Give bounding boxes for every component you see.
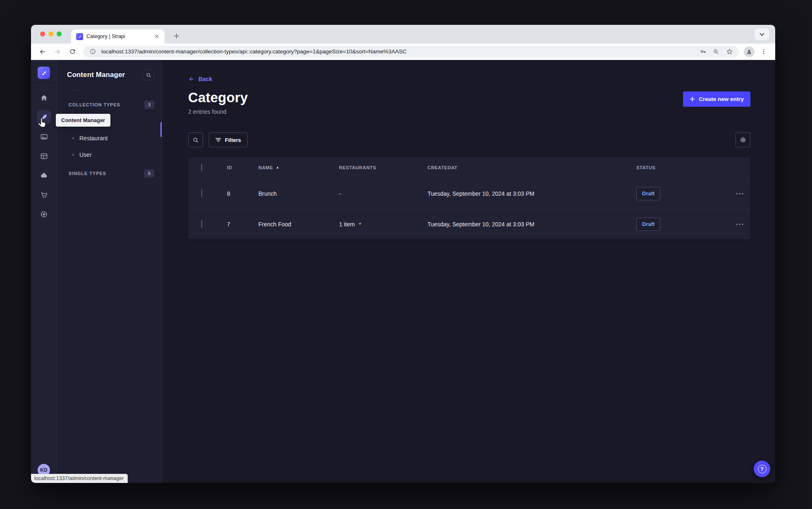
row-actions-menu-icon[interactable] <box>733 187 746 200</box>
nav-home-icon[interactable] <box>37 91 51 105</box>
tab-title: Category | Strapi <box>86 34 150 39</box>
page-title: Category <box>188 90 248 106</box>
browser-window: Category | Strapi localhost:1337/admin/c… <box>31 25 775 483</box>
link-preview-status-bar: localhost:1337/admin/content-manager <box>31 474 128 483</box>
status-badge: Draft <box>636 187 660 200</box>
forward-icon[interactable] <box>52 46 63 58</box>
subnav-title: Content Manager <box>67 71 125 79</box>
search-entries-icon[interactable] <box>188 132 203 147</box>
cell-createdat: Tuesday, September 10, 2024 at 3:03 PM <box>427 221 636 228</box>
url-bar[interactable]: localhost:1337/admin/content-manager/col… <box>83 46 739 58</box>
url-text: localhost:1337/admin/content-manager/col… <box>101 48 694 55</box>
nav-content-type-builder-icon[interactable] <box>37 149 51 163</box>
column-header-name[interactable]: NAME▲ <box>258 165 339 170</box>
table-settings-gear-icon[interactable] <box>736 132 750 147</box>
select-all-checkbox[interactable] <box>201 163 202 171</box>
cell-id: 8 <box>227 190 258 197</box>
column-header-createdat[interactable]: CREATEDAT <box>427 165 636 170</box>
table-row[interactable]: 7 French Food 1 item▼ Tuesday, September… <box>188 209 750 239</box>
section-label: SINGLE TYPES <box>69 171 106 176</box>
browser-tab[interactable]: Category | Strapi <box>71 29 165 43</box>
rail-divider-bottom <box>31 454 57 454</box>
content-manager-tooltip: Content Manager <box>56 114 110 127</box>
new-tab-button[interactable] <box>171 30 182 42</box>
window-controls <box>40 31 62 36</box>
cell-name: French Food <box>258 221 339 228</box>
table-row[interactable]: 8 Brunch - Tuesday, September 10, 2024 a… <box>188 178 750 209</box>
zoom-page-icon[interactable] <box>712 47 721 56</box>
browser-toolbar: localhost:1337/admin/content-manager/col… <box>31 43 775 60</box>
entries-count: 2 entries found <box>188 108 248 115</box>
chevron-down-icon: ▼ <box>358 222 362 226</box>
tab-search-chevron[interactable] <box>755 29 769 40</box>
sidebar-item-label: Restaurant <box>79 135 107 142</box>
help-button[interactable]: ? <box>754 461 770 477</box>
rail-divider <box>31 85 57 86</box>
password-key-icon[interactable] <box>698 47 707 56</box>
question-mark-icon: ? <box>758 465 767 473</box>
nav-cloud-icon[interactable] <box>37 168 51 182</box>
arrow-left-icon <box>188 76 195 82</box>
collection-types-count: 3 <box>144 101 154 109</box>
bullet-icon <box>72 137 74 139</box>
cell-restaurants: - <box>339 190 427 197</box>
subnav-divider <box>69 90 79 90</box>
single-types-section: SINGLE TYPES 0 <box>57 167 162 180</box>
reload-icon[interactable] <box>67 46 78 58</box>
browser-tab-strip: Category | Strapi <box>31 25 775 43</box>
cell-restaurants[interactable]: 1 item▼ <box>339 221 427 228</box>
sort-ascending-icon: ▲ <box>276 166 279 169</box>
filters-button[interactable]: Filters <box>209 132 248 147</box>
entries-table: ID NAME▲ RESTAURANTS CREATEDAT STATUS 8 … <box>188 157 750 239</box>
page-info-icon[interactable] <box>88 47 97 56</box>
row-actions-menu-icon[interactable] <box>733 218 746 231</box>
section-label: COLLECTION TYPES <box>69 102 120 107</box>
bullet-icon <box>72 154 74 156</box>
create-new-entry-button[interactable]: Create new entry <box>683 91 750 107</box>
maximize-window-button[interactable] <box>57 31 62 36</box>
back-icon[interactable] <box>37 46 48 58</box>
strapi-logo[interactable] <box>38 67 50 79</box>
browser-profile-icon[interactable] <box>744 46 755 57</box>
browser-menu-icon[interactable] <box>758 46 769 58</box>
column-header-id[interactable]: ID <box>227 165 258 170</box>
mouse-cursor-pointer <box>37 118 47 129</box>
status-badge: Draft <box>636 218 660 231</box>
strapi-app: KD Content Manager COLLECTION TYPES 3 Ca… <box>31 60 775 483</box>
sidebar-item-user[interactable]: User <box>57 146 162 163</box>
collection-types-section: COLLECTION TYPES 3 <box>57 98 162 111</box>
close-window-button[interactable] <box>40 31 45 36</box>
strapi-favicon <box>76 33 83 40</box>
column-header-status[interactable]: STATUS <box>636 165 719 170</box>
sidebar-item-restaurant[interactable]: Restaurant <box>57 130 162 146</box>
filter-icon <box>215 137 221 142</box>
nav-media-library-icon[interactable] <box>37 130 51 144</box>
minimize-window-button[interactable] <box>48 31 53 36</box>
bookmark-star-icon[interactable] <box>725 47 734 56</box>
nav-settings-icon[interactable] <box>37 207 51 221</box>
subnav-search-icon[interactable] <box>143 69 154 81</box>
cell-name: Brunch <box>258 190 339 197</box>
active-item-indicator <box>160 122 162 137</box>
table-header-row: ID NAME▲ RESTAURANTS CREATEDAT STATUS <box>188 157 750 178</box>
back-link[interactable]: Back <box>188 76 212 82</box>
row-checkbox[interactable] <box>201 190 202 197</box>
plus-icon <box>690 96 695 102</box>
cell-id: 7 <box>227 221 258 228</box>
tab-close-icon[interactable] <box>153 33 160 40</box>
row-checkbox[interactable] <box>201 220 202 228</box>
single-types-count: 0 <box>144 169 154 178</box>
cell-createdat: Tuesday, September 10, 2024 at 3:03 PM <box>427 190 636 197</box>
main-content: Back Category 2 entries found Create new… <box>162 60 775 483</box>
nav-marketplace-icon[interactable] <box>37 188 51 202</box>
column-header-restaurants[interactable]: RESTAURANTS <box>339 165 427 170</box>
sidebar-item-label: User <box>79 151 92 158</box>
